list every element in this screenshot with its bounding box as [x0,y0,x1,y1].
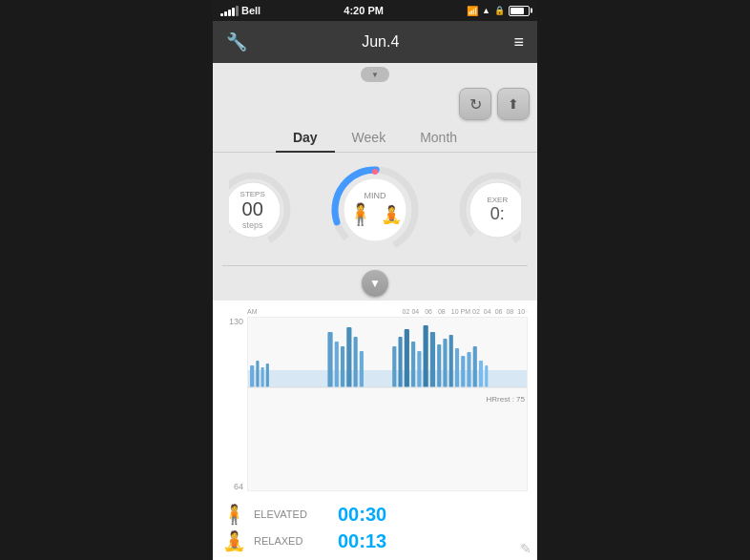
time-04-am: 04 [411,308,419,315]
phone-frame: Bell 4:20 PM 📶 ▲ 🔒 🔧 Jun.4 ≡ ▼ ↻ [213,0,537,560]
status-right: 📶 ▲ 🔒 [467,6,530,16]
svg-point-6 [372,169,378,175]
y-min: 64 [222,482,243,491]
mind-label: MIND [347,191,402,200]
status-left: Bell [220,5,260,16]
exercise-gauge: EXER 0: [454,167,521,253]
svg-rect-13 [266,363,269,387]
mind-relaxed-icon: 🧘 [381,204,402,225]
dropdown-row: ▼ [213,63,537,84]
time-02-am: 02 [403,308,410,315]
elevated-value: 00:30 [338,504,386,526]
mind-gauge-wrapper: MIND 🧍 🧘 [327,162,423,258]
steps-unit: steps [240,220,265,230]
carrier-label: Bell [241,5,260,16]
action-row: ↻ ⬆ [213,84,537,124]
share-icon: ⬆ [508,96,519,112]
gauges-area: STEPS 00 steps [213,153,537,265]
signal-bars [220,6,239,16]
exercise-gauge-inner: EXER 0: [487,196,508,224]
time-10-pm: 10 [517,308,525,315]
steps-gauge-wrapper: STEPS 00 steps [229,167,296,253]
svg-rect-23 [411,342,415,387]
svg-rect-35 [485,365,488,387]
relaxed-value: 00:13 [338,530,386,552]
exercise-label: EXER [487,196,508,204]
time-label: 4:20 PM [344,5,384,16]
tab-week[interactable]: Week [335,124,404,153]
chart-area: AM 02 04 06 08 10 PM 02 04 06 08 10 · 13… [213,301,537,497]
time-08-pm: 08 [506,308,513,315]
exercise-value: 0: [487,204,508,224]
time-02-pm: 02 [472,308,480,315]
steps-label: STEPS [240,190,265,198]
svg-rect-25 [424,325,428,387]
time-end: · [526,308,528,315]
signal-bar-5 [236,6,239,16]
svg-rect-14 [327,332,332,387]
svg-rect-12 [261,367,264,387]
mind-gauge-inner: MIND 🧍 🧘 [347,191,402,227]
menu-icon[interactable]: ≡ [513,32,524,52]
hr-chart-svg [248,318,527,389]
refresh-icon: ↻ [469,95,482,114]
svg-rect-17 [346,327,351,387]
svg-rect-18 [354,337,358,387]
signal-bar-1 [220,13,223,16]
time-04-pm: 04 [484,308,491,315]
svg-rect-29 [449,335,453,387]
signal-bar-2 [224,11,227,16]
time-10-am: 10 [451,308,459,315]
elevated-icon: 🧍 [222,503,246,526]
svg-rect-30 [455,348,459,387]
mind-elevated-icon: 🧍 [347,202,373,227]
chart-canvas: HRrest : 75 [247,317,528,491]
relaxed-stat-row: 🧘 RELAXED 00:13 [222,529,528,552]
am-label: AM [247,308,403,315]
y-max: 130 [222,317,243,326]
time-08-am: 08 [438,308,446,315]
refresh-button[interactable]: ↻ [459,88,491,120]
collapse-arrow-icon: ▼ [369,277,381,290]
time-06-am: 06 [425,308,432,315]
svg-rect-16 [341,346,344,387]
wifi-icon: 📶 [467,6,478,16]
mind-gauge: MIND 🧍 🧘 [327,162,423,258]
tab-month[interactable]: Month [403,124,474,153]
main-content: ▼ ↻ ⬆ Day Week Month [213,63,537,560]
svg-rect-22 [405,329,409,387]
chart-y-axis: 130 64 [222,317,247,491]
lock-icon: 🔒 [494,6,505,15]
time-06-pm: 06 [495,308,503,315]
hr-rest-label: HRrest : 75 [248,395,527,404]
svg-rect-26 [430,332,435,387]
status-bar: Bell 4:20 PM 📶 ▲ 🔒 [213,0,537,21]
svg-rect-32 [467,352,470,387]
collapse-button[interactable]: ▼ [362,270,388,297]
steps-gauge-inner: STEPS 00 steps [240,190,265,230]
dropdown-button[interactable]: ▼ [361,67,389,82]
exercise-gauge-wrapper: EXER 0: [454,167,521,253]
edit-icon[interactable]: ✎ [520,541,531,556]
tab-day[interactable]: Day [276,124,335,153]
svg-rect-27 [437,344,441,387]
location-icon: ▲ [482,6,490,15]
steps-gauge: STEPS 00 steps [229,167,296,253]
svg-rect-15 [335,342,339,387]
signal-bar-3 [228,10,231,16]
svg-rect-34 [479,361,483,387]
svg-rect-33 [473,346,477,387]
svg-rect-11 [256,361,259,387]
stats-area: 🧍 ELEVATED 00:30 🧘 RELAXED 00:13 [213,497,537,560]
header-title: Jun.4 [362,33,399,51]
svg-rect-31 [461,356,465,387]
elevated-label: ELEVATED [254,508,330,520]
relaxed-label: RELAXED [254,535,330,547]
svg-rect-21 [398,337,402,387]
time-labels: AM 02 04 06 08 10 PM 02 04 06 08 10 · [222,308,528,315]
wrench-icon[interactable]: 🔧 [226,31,247,52]
share-button[interactable]: ⬆ [497,88,530,120]
chart-body: 130 64 [222,317,528,491]
steps-value: 00 [240,198,265,220]
svg-rect-28 [443,339,447,387]
